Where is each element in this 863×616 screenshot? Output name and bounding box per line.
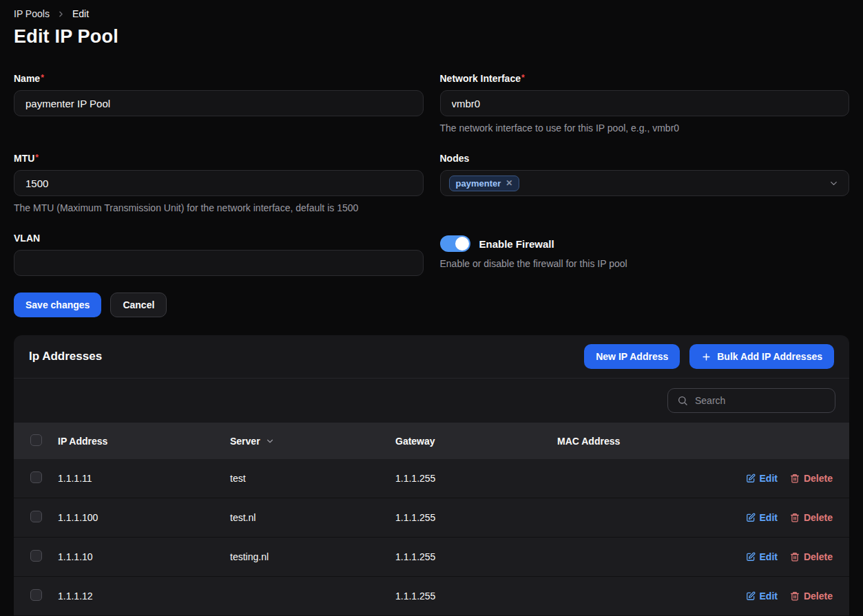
ip-addresses-header: Ip Addresses New IP Address Bulk Add IP …	[14, 335, 849, 379]
edit-button[interactable]: Edit	[746, 512, 778, 523]
edit-button[interactable]: Edit	[746, 591, 778, 602]
table-toolbar	[14, 379, 849, 423]
row-checkbox[interactable]	[30, 511, 42, 522]
save-button[interactable]: Save changes	[14, 293, 101, 317]
cell-gateway: 1.1.1.255	[395, 591, 557, 602]
remove-tag-icon[interactable]: ✕	[506, 178, 512, 188]
column-header-gateway[interactable]: Gateway	[395, 436, 557, 447]
delete-button[interactable]: Delete	[790, 473, 833, 484]
required-asterisk: *	[41, 73, 44, 83]
delete-button[interactable]: Delete	[790, 512, 833, 523]
table-header-row: IP Address Server Gateway MAC Address	[14, 423, 849, 459]
sort-chevron-down-icon	[265, 436, 275, 446]
edit-pencil-icon	[746, 591, 756, 601]
cell-server: test.nl	[230, 512, 395, 523]
table-row: 1.1.1.10 testing.nl 1.1.1.255 Edit Delet…	[14, 538, 849, 577]
firewall-field-group: Enable Firewall Enable or disable the fi…	[440, 233, 850, 276]
cell-gateway: 1.1.1.255	[395, 473, 557, 484]
vlan-input[interactable]	[14, 250, 424, 276]
node-tag: paymenter ✕	[449, 176, 520, 191]
search-icon	[677, 395, 688, 406]
vlan-label: VLAN	[14, 233, 424, 244]
cell-ip-address: 1.1.1.11	[58, 473, 230, 484]
edit-ip-pool-page: IP Pools Edit Edit IP Pool Name* Network…	[0, 0, 863, 616]
bulk-add-ip-addresses-button[interactable]: Bulk Add IP Addresses	[689, 344, 834, 369]
trash-icon	[790, 552, 800, 562]
ip-addresses-title: Ip Addresses	[29, 350, 102, 363]
table-row: 1.1.1.11 test 1.1.1.255 Edit Delete	[14, 459, 849, 498]
toggle-knob	[455, 237, 469, 251]
search-box[interactable]	[667, 388, 835, 413]
ip-pool-form: Name* Network Interface* The network int…	[14, 73, 849, 317]
edit-pencil-icon	[746, 513, 756, 522]
trash-icon	[790, 591, 800, 601]
plus-icon	[701, 352, 711, 362]
breadcrumb-ip-pools[interactable]: IP Pools	[14, 8, 50, 19]
column-header-mac-address[interactable]: MAC Address	[557, 436, 698, 447]
cell-gateway: 1.1.1.255	[395, 512, 557, 523]
vlan-field-group: VLAN	[14, 233, 424, 276]
network-interface-input[interactable]	[440, 90, 850, 116]
firewall-label: Enable Firewall	[479, 238, 554, 250]
column-header-ip-address[interactable]: IP Address	[58, 436, 230, 447]
firewall-hint: Enable or disable the firewall for this …	[440, 258, 850, 269]
mtu-label: MTU*	[14, 153, 424, 164]
nodes-label: Nodes	[440, 153, 850, 164]
edit-button[interactable]: Edit	[746, 473, 778, 484]
network-interface-field-group: Network Interface* The network interface…	[440, 73, 850, 134]
edit-button[interactable]: Edit	[746, 551, 778, 562]
mtu-hint: The MTU (Maximum Transmission Unit) for …	[14, 202, 424, 213]
cell-server: testing.nl	[230, 551, 395, 562]
column-header-server[interactable]: Server	[230, 436, 395, 447]
chevron-down-icon	[829, 178, 839, 189]
trash-icon	[790, 474, 800, 483]
table-body: 1.1.1.11 test 1.1.1.255 Edit Delete 1.1.…	[14, 459, 849, 616]
name-field-group: Name*	[14, 73, 424, 134]
required-asterisk: *	[521, 73, 525, 83]
breadcrumb: IP Pools Edit	[14, 8, 849, 19]
delete-button[interactable]: Delete	[790, 551, 833, 562]
nodes-select[interactable]: paymenter ✕	[440, 170, 850, 196]
node-tag-label: paymenter	[456, 178, 501, 189]
cell-ip-address: 1.1.1.12	[58, 591, 230, 602]
trash-icon	[790, 513, 800, 522]
breadcrumb-edit: Edit	[72, 8, 89, 19]
nodes-field-group: Nodes paymenter ✕	[440, 153, 850, 213]
edit-pencil-icon	[746, 474, 756, 483]
mtu-input[interactable]	[14, 170, 424, 196]
cell-ip-address: 1.1.1.10	[58, 551, 230, 562]
delete-button[interactable]: Delete	[790, 591, 833, 602]
row-checkbox[interactable]	[30, 471, 42, 483]
name-input[interactable]	[14, 90, 424, 116]
row-checkbox[interactable]	[30, 589, 42, 601]
edit-pencil-icon	[746, 552, 756, 562]
required-asterisk: *	[35, 153, 39, 162]
row-checkbox[interactable]	[30, 550, 42, 562]
cell-server: test	[230, 473, 395, 484]
cell-ip-address: 1.1.1.100	[58, 512, 230, 523]
cell-gateway: 1.1.1.255	[395, 551, 557, 562]
firewall-toggle[interactable]	[440, 235, 470, 252]
cancel-button[interactable]: Cancel	[110, 293, 167, 317]
network-interface-hint: The network interface to use for this IP…	[440, 123, 850, 134]
name-label: Name*	[14, 73, 424, 84]
table-row: 1.1.1.12 1.1.1.255 Edit Delete	[14, 577, 849, 616]
search-input[interactable]	[695, 395, 826, 406]
chevron-right-icon	[56, 10, 65, 19]
new-ip-address-button[interactable]: New IP Address	[584, 344, 680, 369]
page-title: Edit IP Pool	[14, 26, 849, 47]
select-all-checkbox[interactable]	[30, 434, 42, 446]
mtu-field-group: MTU* The MTU (Maximum Transmission Unit)…	[14, 153, 424, 213]
network-interface-label: Network Interface*	[440, 73, 850, 84]
table-row: 1.1.1.100 test.nl 1.1.1.255 Edit Delete	[14, 498, 849, 538]
form-actions: Save changes Cancel	[14, 293, 849, 317]
ip-addresses-card: Ip Addresses New IP Address Bulk Add IP …	[14, 335, 849, 616]
